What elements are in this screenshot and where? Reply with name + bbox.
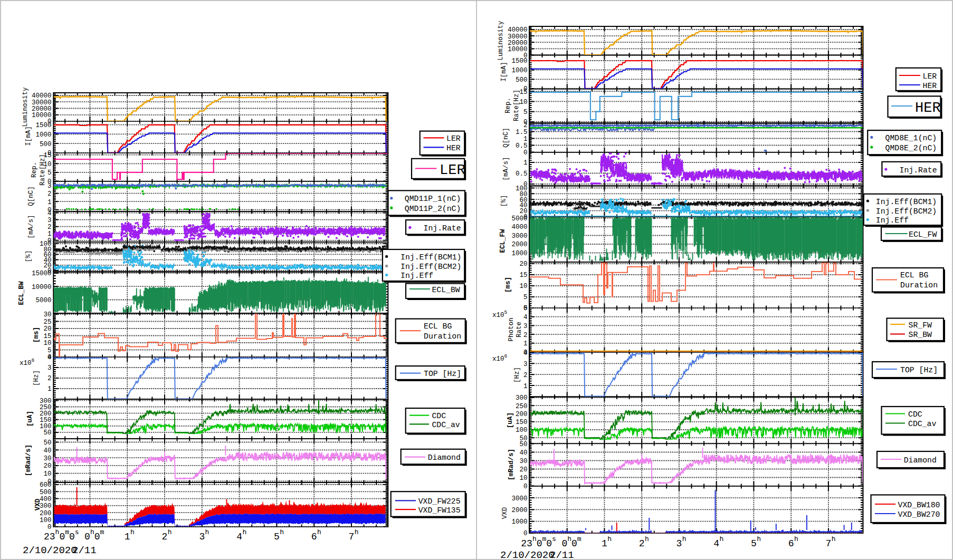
svg-text:3: 3 [676,538,682,549]
svg-text:0: 0 [523,530,528,537]
svg-text:VXD: VXD [501,507,509,519]
svg-text:h: h [242,528,246,536]
svg-text:m: m [577,535,582,543]
svg-text:QMD8E_1(nC): QMD8E_1(nC) [885,134,937,142]
svg-text:[mRad/s]: [mRad/s] [508,449,515,480]
svg-text:5: 5 [751,538,757,549]
svg-text:h: h [280,528,284,536]
svg-text:2: 2 [47,190,52,198]
svg-text:VXD_FW135: VXD_FW135 [418,506,461,515]
svg-text:5: 5 [47,347,52,354]
svg-text:2: 2 [47,224,52,231]
svg-text:50: 50 [519,441,527,448]
svg-text:Inj.Eff(BCM2): Inj.Eff(BCM2) [876,207,937,216]
svg-text:0: 0 [94,532,100,542]
svg-text:VXD_BW270: VXD_BW270 [898,510,940,519]
svg-text:1: 1 [523,340,528,347]
svg-text:250: 250 [40,404,52,411]
svg-text:10000: 10000 [508,46,528,53]
svg-text:[Hz]: [Hz] [33,370,40,386]
svg-text:0: 0 [537,538,542,549]
svg-text:I[mA]: I[mA] [500,62,508,82]
svg-text:h: h [757,535,761,543]
svg-text:0: 0 [571,538,577,549]
svg-text:100: 100 [516,427,528,434]
svg-text:m: m [65,528,69,536]
svg-text:1000: 1000 [35,131,51,139]
svg-text:SR_BW: SR_BW [909,331,932,339]
svg-text:500: 500 [40,489,52,496]
svg-text:1: 1 [47,230,52,238]
svg-text:[%]: [%] [500,195,508,207]
svg-text:50: 50 [43,439,51,447]
svg-text:CDC_av: CDC_av [432,421,460,429]
svg-text:[mA/s]: [mA/s] [502,157,510,180]
svg-text:2/11: 2/11 [72,545,97,556]
svg-text:VXD_FW225: VXD_FW225 [418,497,461,506]
svg-text:1: 1 [523,159,528,167]
svg-text:Rate[Hz]: Rate[Hz] [513,90,520,121]
svg-text:h: h [607,535,612,543]
svg-text:s: s [75,528,79,536]
svg-text:1: 1 [523,136,528,143]
svg-text:200: 200 [40,410,52,418]
svg-text:s: s [552,535,556,543]
svg-text:h: h [317,528,321,536]
svg-text:0.5: 0.5 [516,142,528,150]
svg-text:QMD11P_2(nC): QMD11P_2(nC) [405,205,461,213]
svg-text:HER: HER [915,100,941,116]
svg-text:500: 500 [516,76,528,84]
svg-text:300: 300 [516,394,528,402]
svg-text:2: 2 [523,372,528,379]
svg-text:40: 40 [519,449,527,457]
svg-text:1: 1 [47,199,52,206]
svg-text:Inj.Eff(BCM1): Inj.Eff(BCM1) [401,253,461,262]
svg-text:h: h [355,528,359,536]
svg-text:HER: HER [923,82,937,90]
svg-text:QMD8E_2(nC): QMD8E_2(nC) [885,144,937,152]
svg-text:10000: 10000 [32,112,52,119]
svg-text:1500: 1500 [511,57,527,65]
svg-text:TOP [Hz]: TOP [Hz] [900,366,938,374]
svg-text:1000: 1000 [511,250,527,257]
svg-text:Diamond: Diamond [904,456,937,465]
svg-text:5000: 5000 [511,215,527,223]
svg-text:TOP [Hz]: TOP [Hz] [424,370,461,378]
svg-text:30000: 30000 [32,99,52,107]
svg-text:4: 4 [236,532,242,542]
svg-text:300: 300 [40,398,52,405]
svg-text:m: m [542,535,547,543]
svg-text:2: 2 [523,332,528,339]
svg-text:h: h [205,528,209,536]
svg-text:1.5: 1.5 [516,129,528,136]
svg-text:0: 0 [59,532,65,542]
svg-text:0: 0 [561,538,567,549]
svg-text:[%]: [%] [25,250,32,263]
svg-text:2000: 2000 [511,241,527,248]
svg-text:0: 0 [47,524,52,531]
svg-text:15000: 15000 [32,270,52,277]
svg-text:h: h [532,535,537,543]
svg-text:Inj.Eff(BCM1): Inj.Eff(BCM1) [876,198,937,206]
svg-text:HER: HER [446,144,461,152]
svg-text:100: 100 [40,240,52,248]
svg-text:[ms]: [ms] [504,277,512,293]
svg-text:200: 200 [516,411,528,418]
svg-text:SR_FW: SR_FW [909,321,932,330]
svg-text:h: h [645,535,649,543]
svg-text:h: h [130,528,135,536]
svg-text:LER: LER [923,72,937,81]
svg-text:15: 15 [519,89,527,96]
svg-text:1: 1 [523,383,528,390]
svg-text:ECL BG: ECL BG [424,322,452,331]
svg-text:30000: 30000 [508,33,528,41]
svg-text:150: 150 [40,417,52,424]
svg-text:Inj.Eff: Inj.Eff [876,216,909,225]
svg-text:h: h [168,528,172,536]
svg-text:0.5: 0.5 [516,170,528,178]
svg-text:20: 20 [519,466,527,474]
svg-text:3: 3 [47,364,52,372]
svg-text:1500: 1500 [35,122,51,129]
svg-text:6: 6 [504,353,508,359]
svg-text:23: 23 [521,538,532,549]
